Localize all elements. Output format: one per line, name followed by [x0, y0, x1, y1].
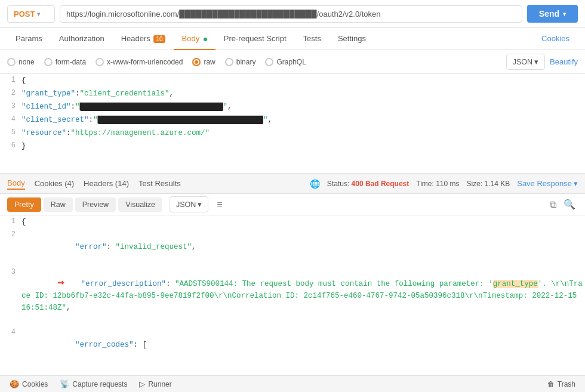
save-response-button[interactable]: Save Response ▾ — [517, 179, 578, 188]
response-visualize-tab[interactable]: Visualize — [118, 197, 162, 212]
url-input[interactable] — [60, 5, 522, 23]
globe-icon: 🌐 — [310, 179, 320, 189]
status-info: 🌐 Status: 400 Bad Request Time: 110 ms S… — [310, 179, 578, 189]
bottom-cookies[interactable]: 🍪 Cookies — [10, 379, 48, 388]
method-label: POST — [14, 10, 35, 18]
radio-form-data-icon — [44, 58, 53, 66]
res-line-2: 2 "error": "invalid_request", — [0, 229, 585, 266]
res-line-1: 1 { — [0, 215, 585, 229]
search-icon[interactable]: 🔍 — [561, 196, 578, 212]
bottom-bar: 🍪 Cookies 📡 Capture requests ▷ Runner 🗑 … — [0, 375, 585, 392]
radio-binary-icon — [225, 58, 233, 66]
send-label: Send — [539, 9, 559, 18]
req-line-1: 1 { — [0, 74, 585, 87]
send-button[interactable]: Send ▾ — [527, 5, 578, 23]
bottom-capture[interactable]: 📡 Capture requests — [60, 379, 127, 388]
response-tab-test-results[interactable]: Test Results — [138, 178, 181, 189]
runner-icon: ▷ — [139, 379, 145, 388]
response-format-bar: Pretty Raw Preview Visualize JSON ▾ ≡ ⧉ … — [0, 194, 585, 215]
body-none[interactable]: none — [7, 58, 35, 66]
beautify-button[interactable]: Beautify — [550, 57, 578, 66]
send-chevron-icon: ▾ — [563, 11, 566, 17]
request-tab-bar: Params Authorization Headers 10 Body Pre… — [0, 28, 585, 50]
bottom-trash[interactable]: 🗑 Trash — [547, 380, 575, 388]
response-tab-cookies[interactable]: Cookies (4) — [35, 178, 74, 189]
method-selector[interactable]: POST ▾ — [7, 5, 55, 23]
radio-none-icon — [7, 58, 16, 66]
req-line-4: 4 "client_secret":"█████████████████████… — [0, 113, 585, 126]
size-value: 1.14 KB — [485, 180, 510, 188]
body-graphql[interactable]: GraphQL — [265, 58, 306, 66]
runner-label: Runner — [148, 380, 171, 388]
tab-body[interactable]: Body — [174, 28, 215, 50]
tab-headers[interactable]: Headers 10 — [113, 28, 174, 50]
filter-icon[interactable]: ≡ — [214, 197, 224, 212]
response-format-chevron-icon: ▾ — [198, 200, 202, 209]
format-chevron-icon: ▾ — [534, 57, 538, 66]
response-section: Body Cookies (4) Headers (14) Test Resul… — [0, 173, 585, 364]
url-bar: POST ▾ Send ▾ — [0, 0, 585, 28]
tab-pre-request[interactable]: Pre-request Script — [215, 28, 295, 50]
tab-authorization[interactable]: Authorization — [51, 28, 113, 50]
body-type-bar: none form-data x-www-form-urlencoded raw… — [0, 50, 585, 74]
status-badge: 400 Bad Request — [352, 180, 410, 188]
cookies-label: Cookies — [22, 380, 48, 388]
response-pretty-tab[interactable]: Pretty — [7, 197, 41, 212]
req-line-6: 6 } — [0, 140, 585, 153]
body-urlencoded[interactable]: x-www-form-urlencoded — [96, 58, 183, 66]
copy-icon[interactable]: ⧉ — [547, 196, 559, 212]
capture-icon: 📡 — [60, 379, 69, 388]
response-tab-bar: Body Cookies (4) Headers (14) Test Resul… — [0, 173, 585, 194]
response-code-editor[interactable]: 1 { 2 "error": "invalid_request", 3 ⮕ "e… — [0, 215, 585, 364]
body-raw[interactable]: raw — [192, 58, 215, 66]
body-binary[interactable]: binary — [225, 58, 256, 66]
tab-params[interactable]: Params — [7, 28, 51, 50]
res-line-4: 4 "error_codes": [ — [0, 326, 585, 363]
save-response-chevron-icon: ▾ — [574, 179, 578, 188]
body-form-data[interactable]: form-data — [44, 58, 86, 66]
req-line-3: 3 "client_id":"█████████████████████████… — [0, 100, 585, 113]
tab-settings[interactable]: Settings — [330, 28, 374, 50]
radio-urlencoded-icon — [96, 58, 104, 66]
tab-cookies-right[interactable]: Cookies — [533, 28, 578, 50]
radio-raw-icon — [192, 58, 201, 66]
response-tab-headers[interactable]: Headers (14) — [84, 178, 129, 189]
cookie-icon: 🍪 — [10, 379, 19, 388]
trash-label: Trash — [558, 380, 575, 388]
response-preview-tab[interactable]: Preview — [75, 197, 116, 212]
res-line-3: 3 ⮕ "error_description": "AADSTS900144: … — [0, 266, 585, 326]
res-line-5: 5 900144 — [0, 363, 585, 364]
method-chevron-icon: ▾ — [37, 11, 40, 17]
capture-label: Capture requests — [72, 380, 127, 388]
req-line-5: 5 "resource":"https://management.azure.c… — [0, 126, 585, 140]
response-format-label: JSON — [176, 200, 196, 209]
tab-tests[interactable]: Tests — [295, 28, 330, 50]
request-code-editor[interactable]: 1 { 2 "grant_type":"client_credentials",… — [0, 74, 585, 173]
time-value: 110 ms — [436, 180, 459, 188]
format-dropdown[interactable]: JSON ▾ — [506, 54, 545, 70]
trash-icon: 🗑 — [547, 380, 555, 388]
format-label: JSON — [513, 58, 532, 66]
bottom-runner[interactable]: ▷ Runner — [139, 379, 171, 388]
response-raw-tab[interactable]: Raw — [44, 197, 73, 212]
radio-graphql-icon — [265, 58, 273, 66]
req-line-2: 2 "grant_type":"client_credentials", — [0, 87, 585, 100]
response-format-dropdown[interactable]: JSON ▾ — [170, 196, 208, 212]
response-tab-body[interactable]: Body — [7, 177, 25, 190]
